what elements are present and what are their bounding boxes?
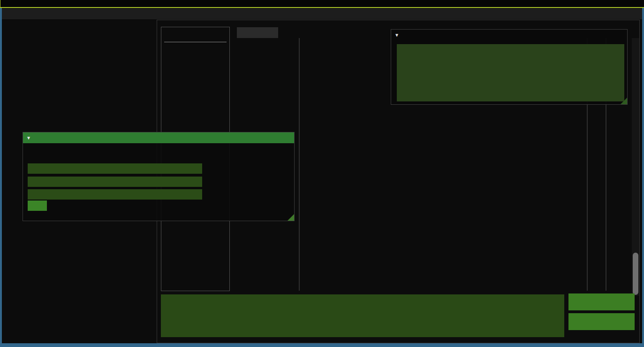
collapse-triangle-icon[interactable]: ▼ [27, 132, 30, 143]
frame-bottom [0, 343, 644, 347]
accent-line [0, 7, 644, 8]
paste-file-button[interactable] [568, 313, 635, 330]
resize-grip-icon[interactable] [621, 98, 627, 104]
join-password-field[interactable] [28, 189, 202, 200]
menu-bar [2, 8, 642, 19]
histogram-window[interactable]: ▼ [391, 29, 628, 105]
join-name-field[interactable] [28, 177, 202, 187]
close-icon[interactable] [616, 31, 624, 39]
message-input[interactable] [161, 294, 564, 337]
collapse-triangle-icon[interactable]: ▼ [395, 30, 398, 40]
app-titlebar [0, 0, 644, 7]
send-file-button[interactable] [568, 293, 635, 310]
frame-left [0, 8, 2, 347]
histogram-plot [397, 44, 624, 101]
chat-id-field[interactable] [28, 163, 202, 174]
chat-name-divider [299, 38, 300, 291]
join-group-window[interactable]: ▼ [23, 132, 295, 221]
tab-debug[interactable] [237, 27, 278, 38]
close-icon[interactable] [283, 134, 291, 142]
subs-separator [164, 42, 227, 42]
join-window-titlebar[interactable]: ▼ [23, 132, 294, 143]
join-button[interactable] [28, 200, 47, 211]
frame-right [642, 8, 644, 347]
chat-scrollbar-thumb[interactable] [633, 253, 638, 295]
resize-grip-icon[interactable] [288, 214, 294, 221]
histogram-window-titlebar[interactable]: ▼ [391, 30, 627, 40]
